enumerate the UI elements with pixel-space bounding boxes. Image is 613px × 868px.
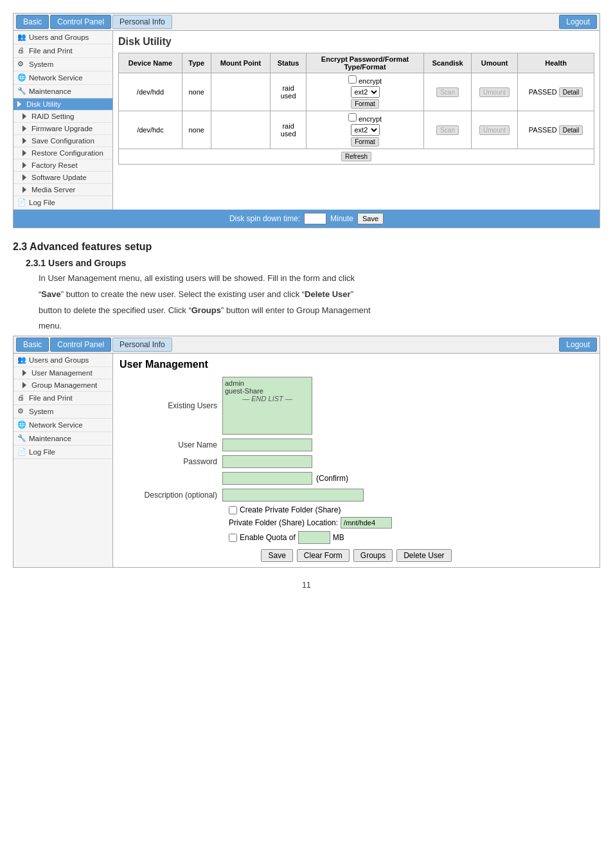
- location-label: Private Folder (Share) Location:: [229, 518, 338, 527]
- sidebar2-system[interactable]: System: [13, 405, 112, 419]
- encrypt-cell: encrypt ext2 Format: [306, 73, 423, 111]
- save-spin-btn[interactable]: Save: [357, 213, 384, 224]
- umount-cell: Umount: [471, 73, 517, 111]
- detail-btn[interactable]: Detail: [559, 87, 583, 97]
- format-btn2[interactable]: Format: [351, 137, 379, 147]
- refresh-btn[interactable]: Refresh: [341, 152, 371, 161]
- groups-btn[interactable]: Groups: [353, 549, 393, 562]
- encrypt-checkbox[interactable]: [348, 75, 357, 84]
- arrow-icon: [22, 186, 29, 193]
- username-label: User Name: [120, 440, 222, 449]
- sidebar-item-system[interactable]: System: [13, 58, 112, 71]
- panel1-main: Users and Groups File and Print System N…: [13, 31, 600, 210]
- arrow-icon: [22, 138, 29, 144]
- sidebar2-network[interactable]: Network Service: [13, 419, 112, 432]
- private-folder-checkbox[interactable]: [229, 506, 237, 514]
- body-text-2: “Save” button to create the new user. Se…: [39, 288, 600, 302]
- sidebar-item-users-groups[interactable]: Users and Groups: [13, 31, 112, 44]
- control-btn2[interactable]: Control Panel: [50, 338, 111, 352]
- existing-users-box[interactable]: admin guest-Share — END LIST —: [222, 377, 312, 435]
- arrow-icon: [22, 174, 29, 181]
- panel1-sidebar: Users and Groups File and Print System N…: [13, 31, 113, 210]
- sidebar2-log-file[interactable]: Log File: [13, 446, 112, 459]
- sidebar2-group-mgmt[interactable]: Group Management: [13, 379, 112, 392]
- sidebar-item-save-config[interactable]: Save Configuration: [13, 135, 112, 147]
- sidebar2-label: File and Print: [29, 394, 73, 402]
- clear-form-btn[interactable]: Clear Form: [297, 549, 350, 562]
- sidebar-item-restore-config[interactable]: Restore Configuration: [13, 147, 112, 159]
- delete-user-btn[interactable]: Delete User: [396, 549, 451, 562]
- system-icon: [17, 60, 26, 69]
- arrow-icon: [22, 125, 29, 132]
- detail-btn2[interactable]: Detail: [559, 125, 583, 135]
- description-input[interactable]: [222, 489, 364, 502]
- sidebar2-user-mgmt[interactable]: User Management: [13, 367, 112, 379]
- logout-btn[interactable]: Logout: [559, 15, 597, 29]
- encrypt-cell: encrypt ext2 Format: [306, 111, 423, 149]
- control-panel-btn[interactable]: Control Panel: [50, 15, 111, 29]
- end-list: — END LIST —: [225, 395, 310, 402]
- sidebar-item-disk-utility[interactable]: Disk Utility: [13, 98, 112, 111]
- arrow-icon2: [22, 370, 29, 376]
- sidebar-item-software-update[interactable]: Software Update: [13, 172, 112, 184]
- sidebar-label: Factory Reset: [31, 161, 78, 169]
- sidebar2-maintenance[interactable]: Maintenance: [13, 432, 112, 446]
- sidebar-label: Media Server: [31, 186, 75, 194]
- umount-btn2[interactable]: Umount: [479, 125, 510, 135]
- basic-btn[interactable]: Basic: [16, 15, 49, 29]
- log-icon2: [17, 448, 26, 457]
- password-label: Password: [120, 457, 222, 466]
- sidebar-item-log-file[interactable]: Log File: [13, 196, 112, 210]
- spin-down-input[interactable]: [304, 213, 326, 224]
- sidebar-item-factory-reset[interactable]: Factory Reset: [13, 159, 112, 172]
- disk-utility-panel: Basic Control Panel Personal Info Logout…: [13, 13, 600, 228]
- sidebar-item-firmware[interactable]: Firmware Upgrade: [13, 123, 112, 135]
- personal-info-btn[interactable]: Personal Info: [112, 15, 172, 29]
- sidebar-item-maintenance[interactable]: Maintenance: [13, 85, 112, 98]
- password-input[interactable]: [222, 455, 312, 468]
- username-input[interactable]: [222, 439, 312, 451]
- page-number: 11: [13, 581, 600, 590]
- existing-users-row: Existing Users admin guest-Share — END L…: [120, 377, 593, 435]
- network-icon: [17, 73, 26, 82]
- col-umount: Umount: [471, 53, 517, 73]
- mount-point: [211, 111, 271, 149]
- scan-btn2[interactable]: Scan: [436, 125, 459, 135]
- umount-btn[interactable]: Umount: [479, 87, 510, 97]
- sidebar2-label: System: [29, 408, 53, 415]
- sidebar2-label: Network Service: [29, 421, 83, 429]
- sidebar-label: Software Update: [31, 174, 87, 181]
- scan-btn[interactable]: Scan: [436, 87, 459, 97]
- quota-checkbox[interactable]: [229, 534, 237, 542]
- quota-input[interactable]: [298, 531, 330, 544]
- basic-btn2[interactable]: Basic: [16, 338, 49, 352]
- sidebar2-users-groups[interactable]: Users and Groups: [13, 354, 112, 367]
- location-input[interactable]: [341, 517, 392, 529]
- confirm-input[interactable]: [222, 472, 312, 485]
- sub-heading: 2.3.1 Users and Groups: [26, 258, 600, 268]
- panel2-topnav: Basic Control Panel Personal Info Logout: [13, 336, 600, 354]
- scandisk-cell: Scan: [424, 73, 472, 111]
- format-btn[interactable]: Format: [351, 99, 379, 109]
- sidebar2-file-print[interactable]: File and Print: [13, 392, 112, 405]
- format-select2[interactable]: ext2: [351, 124, 380, 136]
- description-label: Description (optional): [120, 491, 222, 500]
- sidebar-item-network[interactable]: Network Service: [13, 71, 112, 85]
- device-name: /dev/hdc: [119, 111, 182, 149]
- sidebar-item-raid[interactable]: RAID Setting: [13, 111, 112, 123]
- sidebar-item-file-print[interactable]: File and Print: [13, 44, 112, 58]
- sidebar-label: Disk Utility: [26, 100, 61, 108]
- save-user-btn[interactable]: Save: [261, 549, 292, 562]
- table-row: /dev/hdc none raidused encrypt ext2 Form…: [119, 111, 594, 149]
- format-select[interactable]: ext2: [351, 86, 380, 98]
- personal-btn2[interactable]: Personal Info: [112, 338, 172, 352]
- col-type: Type: [182, 53, 211, 73]
- logout-btn2[interactable]: Logout: [559, 338, 597, 352]
- health-status2: PASSED: [529, 126, 557, 134]
- table-row: /dev/hdd none raidused encrypt ext2 Form…: [119, 73, 594, 111]
- description-row: Description (optional): [120, 489, 593, 502]
- sidebar-item-media-server[interactable]: Media Server: [13, 184, 112, 196]
- spin-down-label: Disk spin down time:: [229, 214, 300, 223]
- minute-label: Minute: [330, 214, 353, 223]
- encrypt-checkbox2[interactable]: [348, 113, 357, 122]
